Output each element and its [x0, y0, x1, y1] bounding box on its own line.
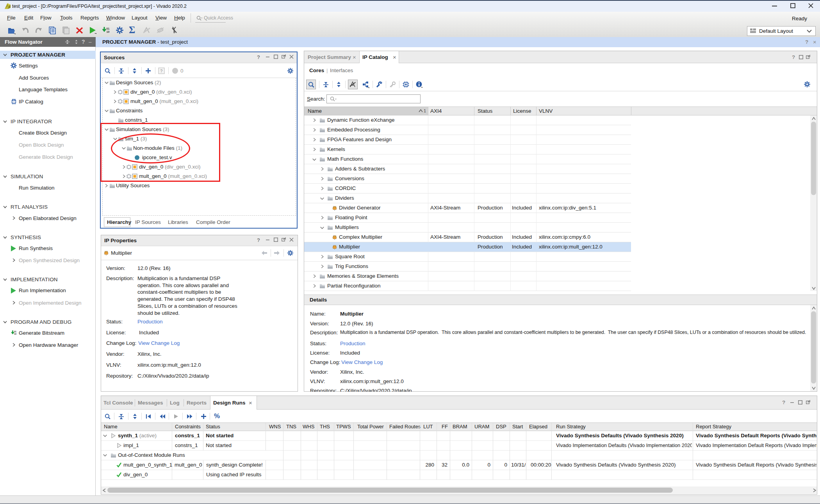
svg-text:01: 01 [107, 27, 110, 30]
svg-text:10: 10 [107, 30, 110, 33]
